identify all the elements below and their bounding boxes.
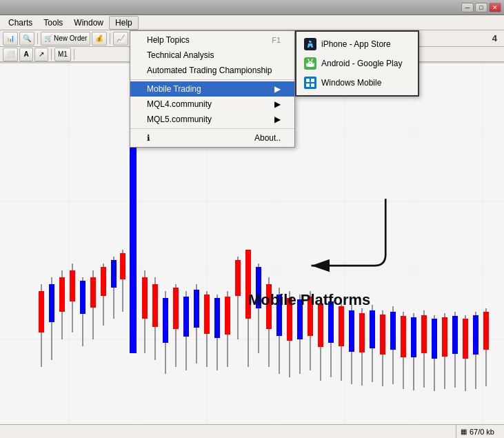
submenu-android[interactable]: Android - Google Play xyxy=(296,54,418,73)
minimize-button[interactable]: ─ xyxy=(461,3,474,12)
svg-rect-93 xyxy=(452,316,458,354)
menu-item-tools[interactable]: Tools xyxy=(38,17,68,29)
svg-rect-89 xyxy=(432,319,437,359)
android-label: Android - Google Play xyxy=(321,59,402,68)
menu-mql5-community[interactable]: MQL5.community ▶ xyxy=(130,112,294,127)
menu-mql4-community[interactable]: MQL4.community ▶ xyxy=(130,97,294,112)
kb-value: 67/0 kb xyxy=(470,428,494,436)
menu-item-help[interactable]: Help xyxy=(109,16,139,30)
about-label: About.. xyxy=(254,133,281,143)
status-segment-left xyxy=(447,425,456,438)
help-dropdown: Help Topics F1 Technical Analysis Automa… xyxy=(130,30,295,148)
toolbar-m1-btn[interactable]: M1 xyxy=(54,48,71,61)
svg-rect-67 xyxy=(318,303,323,347)
svg-rect-39 xyxy=(173,288,179,329)
menu-item-window[interactable]: Window xyxy=(68,17,109,29)
svg-rect-81 xyxy=(390,312,396,350)
svg-rect-15 xyxy=(39,291,44,332)
about-icon: ℹ xyxy=(147,133,150,143)
svg-rect-71 xyxy=(339,306,344,346)
svg-rect-51 xyxy=(235,260,241,296)
windows-mobile-label: Windows Mobile xyxy=(321,78,381,88)
chart-icon: 📊 xyxy=(6,34,14,42)
iphone-label: iPhone - App Store xyxy=(321,39,391,49)
toolbar-coin-btn[interactable]: 💰 xyxy=(92,32,107,46)
svg-rect-25 xyxy=(90,277,96,308)
svg-rect-99 xyxy=(483,312,489,350)
annotation-arrow xyxy=(296,191,393,281)
svg-rect-113 xyxy=(311,83,314,87)
svg-rect-109 xyxy=(304,77,316,89)
restore-button[interactable]: □ xyxy=(475,3,487,12)
submenu-windows-mobile[interactable]: Windows Mobile xyxy=(296,73,418,92)
toolbar-zoom-btn[interactable]: 🔍 xyxy=(19,32,34,46)
coin-icon: 💰 xyxy=(95,34,103,42)
android-icon xyxy=(303,57,317,70)
svg-rect-112 xyxy=(306,83,310,87)
svg-rect-83 xyxy=(401,316,406,357)
svg-rect-45 xyxy=(204,295,210,334)
toolbar-sep-2 xyxy=(110,33,110,44)
svg-rect-97 xyxy=(473,315,478,355)
help-topics-label: Help Topics xyxy=(147,35,190,45)
submenu-arrow-mql4: ▶ xyxy=(274,99,281,109)
new-order-button[interactable]: 🛒 New Order xyxy=(41,32,90,46)
mql5-label: MQL5.community xyxy=(147,115,212,124)
menu-technical-analysis[interactable]: Technical Analysis xyxy=(130,48,294,63)
submenu-arrow-mobile: ▶ xyxy=(274,84,281,94)
svg-rect-17 xyxy=(49,284,54,322)
svg-rect-87 xyxy=(421,315,427,353)
close-button[interactable]: ✕ xyxy=(489,3,501,12)
dropdown-sep-2 xyxy=(130,128,294,129)
toolbar-a-btn[interactable]: A xyxy=(19,48,33,61)
svg-rect-19 xyxy=(59,277,65,312)
submenu-iphone[interactable]: iPhone - App Store xyxy=(296,34,418,54)
help-topics-shortcut: F1 xyxy=(272,36,281,44)
svg-rect-110 xyxy=(306,79,310,82)
title-bar: ─ □ ✕ xyxy=(0,0,504,15)
svg-rect-75 xyxy=(359,313,365,352)
toolbar-charts-btn[interactable]: 📊 xyxy=(3,32,18,46)
menu-automated-trading[interactable]: Automated Trading Championship xyxy=(130,63,294,78)
toolbar-sep-5 xyxy=(74,49,74,60)
svg-rect-21 xyxy=(70,270,75,301)
technical-analysis-label: Technical Analysis xyxy=(147,50,214,60)
toolbar-trend-btn[interactable]: ↗ xyxy=(34,48,48,61)
automated-trading-label: Automated Trading Championship xyxy=(147,66,272,75)
apple-icon xyxy=(303,37,317,51)
dropdown-sep-1 xyxy=(130,79,294,80)
svg-rect-85 xyxy=(411,317,416,357)
toolbar-bar-btn[interactable]: 📈 xyxy=(113,32,128,46)
svg-rect-33 xyxy=(142,277,148,319)
svg-rect-37 xyxy=(163,298,168,343)
svg-rect-27 xyxy=(101,267,106,296)
mql4-label: MQL4.community xyxy=(147,99,212,109)
bar-chart-icon: 📈 xyxy=(117,34,125,42)
annotation-text: Mobile Platforms xyxy=(248,291,370,309)
svg-rect-73 xyxy=(349,310,354,352)
svg-rect-49 xyxy=(225,297,230,335)
svg-rect-29 xyxy=(111,260,117,288)
status-bar: ▦ 67/0 kb xyxy=(0,424,504,438)
menu-about[interactable]: ℹ About.. xyxy=(130,130,294,146)
svg-rect-35 xyxy=(152,284,158,327)
svg-rect-95 xyxy=(463,319,468,359)
menu-item-charts[interactable]: Charts xyxy=(3,17,38,29)
mobile-trading-submenu: iPhone - App Store Android - Google Play xyxy=(295,30,419,97)
toolbar-obj-btn[interactable]: ⬜ xyxy=(3,48,18,61)
menu-bar: Charts Tools Window Help xyxy=(0,15,504,30)
svg-rect-91 xyxy=(442,317,447,357)
svg-point-104 xyxy=(311,63,312,64)
svg-rect-31 xyxy=(120,253,125,279)
svg-rect-79 xyxy=(380,315,385,355)
svg-rect-47 xyxy=(214,298,220,338)
kb-icon: ▦ xyxy=(461,428,467,435)
toolbar-sep-1 xyxy=(37,33,38,44)
svg-point-103 xyxy=(308,63,310,64)
menu-mobile-trading[interactable]: Mobile Trading ▶ xyxy=(130,81,294,97)
svg-rect-111 xyxy=(311,79,314,82)
svg-line-107 xyxy=(308,59,309,61)
svg-rect-41 xyxy=(183,297,189,337)
svg-rect-43 xyxy=(194,290,199,328)
menu-help-topics[interactable]: Help Topics F1 xyxy=(130,32,294,48)
